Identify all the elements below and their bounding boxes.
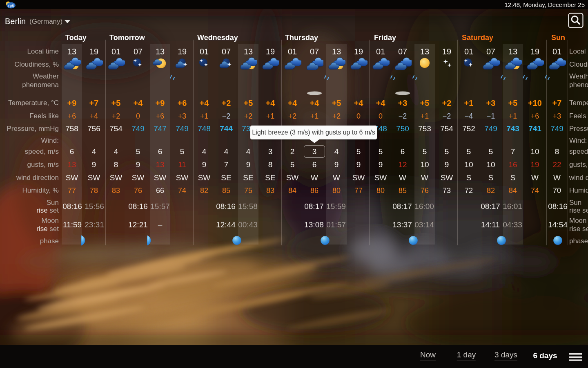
- svg-text:rp5: rp5: [8, 4, 14, 8]
